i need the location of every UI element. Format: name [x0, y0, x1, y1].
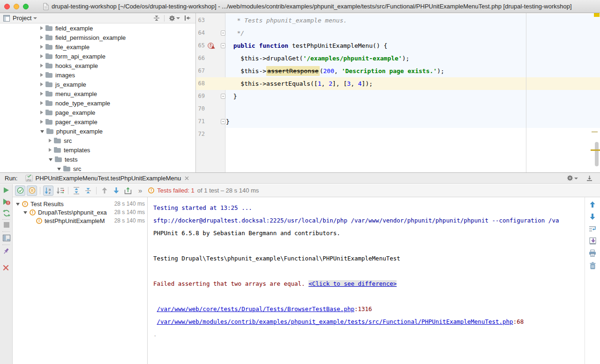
- project-tree-item[interactable]: src: [0, 136, 195, 145]
- code-line[interactable]: 66 $this->drupalGet('/examples/phpunit-e…: [196, 52, 600, 65]
- export-test-results-button[interactable]: [123, 186, 133, 196]
- fold-marker-icon[interactable]: [221, 94, 225, 99]
- rerun-failed-tests-button[interactable]: [3, 198, 10, 206]
- collapse-arrow-icon[interactable]: [40, 130, 44, 133]
- clear-all-button[interactable]: [590, 262, 596, 269]
- stop-button[interactable]: [4, 222, 9, 228]
- show-ignored-toggle[interactable]: [27, 186, 37, 196]
- console-line: /var/www/web/core/tests/Drupal/Tests/Bro…: [153, 303, 580, 315]
- expand-all-button[interactable]: [71, 186, 82, 196]
- test-tree-item[interactable]: testPhpUnitExampleM28 s 140 ms: [13, 216, 147, 225]
- project-tree-item[interactable]: hooks_example: [0, 61, 195, 70]
- collapse-all-button[interactable]: [83, 186, 93, 196]
- expand-arrow-icon[interactable]: [40, 36, 43, 39]
- settings-gear-button[interactable]: [169, 15, 180, 22]
- close-window-button[interactable]: [4, 4, 10, 9]
- project-tree-item[interactable]: menu_example: [0, 89, 195, 98]
- code-line[interactable]: 68 $this->assertEquals([1, 2], [3, 4]);: [196, 77, 600, 90]
- test-tree-item[interactable]: Test Results28 s 140 ms: [13, 200, 147, 208]
- expand-arrow-icon[interactable]: [40, 26, 43, 30]
- console-line: [153, 239, 580, 252]
- project-tree-item[interactable]: pager_example: [0, 117, 195, 126]
- code-line[interactable]: 65 public function testPhpUnitExampleMen…: [196, 39, 600, 52]
- editor-scrollbar-thumb[interactable]: [595, 142, 599, 166]
- previous-failed-test-button[interactable]: [99, 186, 110, 196]
- project-tree-item[interactable]: page_example: [0, 108, 195, 117]
- stack-trace-link[interactable]: /var/www/web/modules/contrib/examples/ph…: [157, 318, 513, 325]
- soft-wrap-toggle[interactable]: [589, 225, 596, 232]
- code-line[interactable]: 71}: [196, 115, 600, 128]
- expand-arrow-icon[interactable]: [40, 111, 43, 114]
- project-tree-item[interactable]: src: [0, 164, 195, 172]
- project-tree-item[interactable]: file_example: [0, 42, 195, 52]
- console-text: [153, 305, 157, 312]
- fold-marker-icon[interactable]: [221, 30, 225, 36]
- more-actions-chevron[interactable]: [138, 186, 142, 194]
- test-duration: 28 s 140 ms: [114, 209, 145, 215]
- expand-arrow-icon[interactable]: [40, 101, 43, 105]
- scroll-to-end-button[interactable]: [589, 238, 596, 245]
- expand-arrow-icon[interactable]: [40, 92, 43, 96]
- collapse-arrow-icon[interactable]: [49, 158, 52, 161]
- expand-arrow-icon[interactable]: [40, 73, 43, 77]
- next-failed-test-button[interactable]: [111, 186, 121, 196]
- project-tree-item[interactable]: tests: [0, 155, 195, 164]
- error-stripe-mark[interactable]: [594, 13, 600, 17]
- editor[interactable]: 63 * Tests phpunit_example menus.64 */65…: [196, 13, 600, 172]
- run-tab[interactable]: PHPUnitExampleMenuTest.testPhpUnitExampl…: [23, 173, 191, 183]
- close-panel-button[interactable]: [3, 265, 9, 271]
- toggle-auto-test-button[interactable]: [3, 209, 10, 217]
- up-stack-trace-button[interactable]: [589, 201, 596, 208]
- expand-arrow-icon[interactable]: [40, 54, 43, 58]
- hide-panel-button[interactable]: [184, 15, 191, 21]
- sort-alphabetically-toggle[interactable]: az: [43, 186, 53, 196]
- error-stripe-mark[interactable]: [591, 149, 600, 151]
- expand-arrow-icon[interactable]: [49, 148, 52, 152]
- expand-arrow-icon[interactable]: [40, 120, 43, 124]
- collapse-arrow-icon[interactable]: [16, 203, 20, 206]
- project-tree-item[interactable]: form_api_example: [0, 52, 195, 61]
- restore-layout-button[interactable]: [3, 235, 10, 241]
- collapse-arrow-icon[interactable]: [57, 168, 61, 171]
- stack-trace-link[interactable]: /var/www/web/core/tests/Drupal/Tests/Bro…: [157, 305, 354, 312]
- project-tree-item[interactable]: field_permission_example: [0, 33, 195, 42]
- fold-marker-icon[interactable]: [221, 43, 225, 48]
- project-tree-item[interactable]: field_example: [0, 23, 195, 33]
- code-line[interactable]: 64 */: [196, 27, 600, 39]
- show-passed-toggle[interactable]: [15, 186, 25, 196]
- code-line[interactable]: 67 $this->assertResponse(200, 'Descripti…: [196, 65, 600, 77]
- minimize-window-button[interactable]: [14, 4, 19, 9]
- project-tree-item[interactable]: node_type_example: [0, 98, 195, 108]
- window-controls: [0, 4, 33, 9]
- project-tree-item[interactable]: phpunit_example: [0, 126, 195, 136]
- collapse-all-button[interactable]: [153, 15, 160, 22]
- project-panel-title[interactable]: Project: [13, 15, 31, 22]
- expand-arrow-icon[interactable]: [40, 82, 43, 86]
- collapse-arrow-icon[interactable]: [23, 211, 27, 214]
- project-tree-item[interactable]: js_example: [0, 80, 195, 89]
- print-button[interactable]: [589, 250, 596, 257]
- hide-panel-button[interactable]: [586, 175, 592, 181]
- expand-arrow-icon[interactable]: [40, 64, 43, 67]
- see-difference-link[interactable]: <Click to see difference>: [308, 280, 397, 287]
- project-tree-item[interactable]: templates: [0, 145, 195, 155]
- code-area[interactable]: 63 * Tests phpunit_example menus.64 */65…: [196, 13, 600, 141]
- error-stripe-mark[interactable]: [592, 131, 598, 133]
- failed-test-gutter-icon[interactable]: [208, 43, 214, 49]
- project-tree-item[interactable]: images: [0, 70, 195, 80]
- sort-by-duration-toggle[interactable]: [55, 186, 65, 196]
- rerun-button[interactable]: [3, 187, 9, 193]
- code-line[interactable]: 70: [196, 103, 600, 115]
- test-tree-item[interactable]: Drupal\Tests\phpunit_exa28 s 140 ms: [13, 208, 147, 216]
- expand-arrow-icon[interactable]: [40, 45, 43, 49]
- settings-gear-button[interactable]: [567, 175, 578, 181]
- down-stack-trace-button[interactable]: [589, 213, 596, 220]
- code-line[interactable]: 63 * Tests phpunit_example menus.: [196, 14, 600, 27]
- pin-tab-button[interactable]: [3, 248, 10, 255]
- code-line[interactable]: 69 }: [196, 90, 600, 103]
- close-tab-icon[interactable]: [185, 176, 189, 180]
- fold-marker-icon[interactable]: [221, 119, 225, 124]
- expand-arrow-icon[interactable]: [49, 139, 52, 142]
- code-line[interactable]: 72: [196, 128, 600, 141]
- zoom-window-button[interactable]: [23, 4, 29, 9]
